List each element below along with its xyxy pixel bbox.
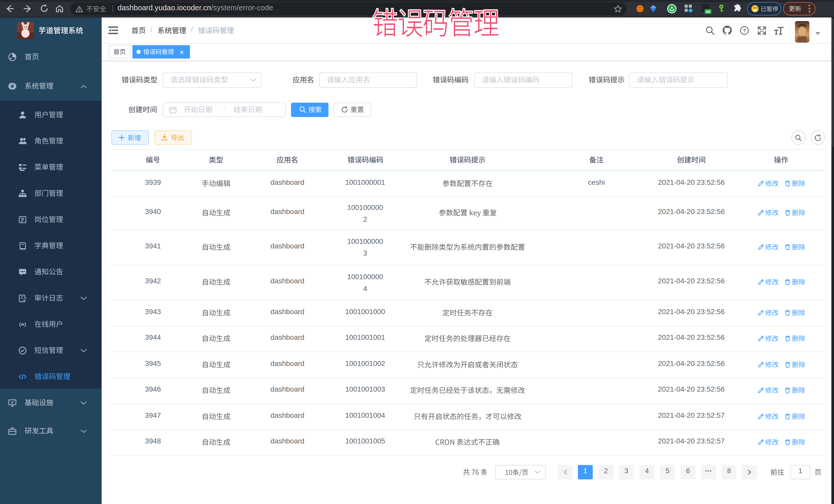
svg-text:on: on	[706, 9, 710, 14]
svg-text:?: ?	[743, 27, 746, 34]
